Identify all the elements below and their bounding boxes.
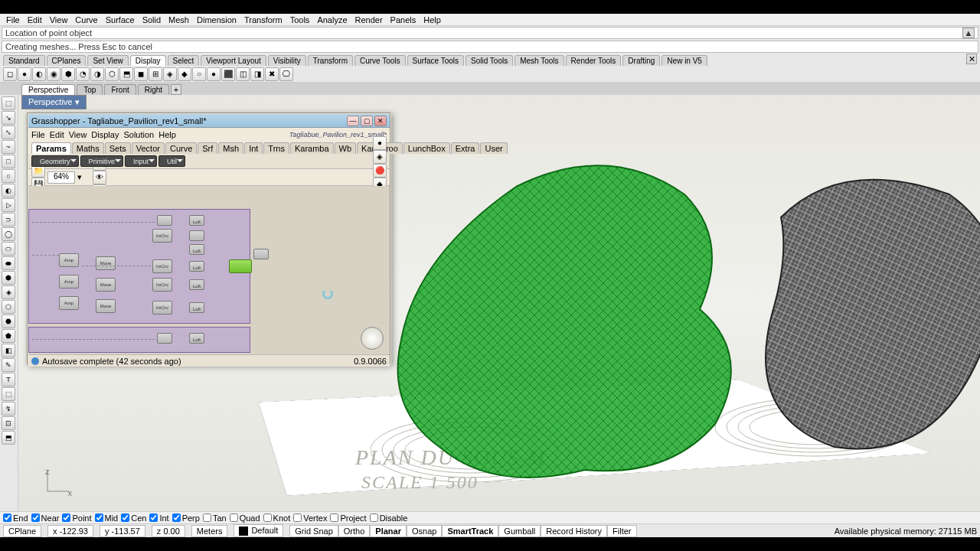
osnap-point[interactable] bbox=[62, 514, 70, 522]
lefttool-icon-14[interactable]: ⬡ bbox=[2, 300, 15, 314]
lefttool-icon-8[interactable]: ⊃ bbox=[2, 213, 15, 227]
osnap-item[interactable]: Project bbox=[330, 514, 366, 523]
gh-group[interactable] bbox=[28, 327, 250, 353]
gh-tool-icon[interactable]: ● bbox=[373, 136, 387, 150]
status-toggle-gumball[interactable]: Gumball bbox=[498, 525, 541, 537]
gh-component[interactable]: Loft bbox=[189, 261, 204, 272]
chevron-down-icon[interactable]: ▾ bbox=[72, 97, 80, 106]
menu-file[interactable]: File bbox=[3, 15, 23, 24]
tab-visibility[interactable]: Visibility bbox=[268, 55, 306, 66]
osnap-item[interactable]: Mid bbox=[95, 514, 119, 523]
gh-tool-icon[interactable]: 👁 bbox=[93, 171, 106, 184]
status-toggle-smarttrack[interactable]: SmartTrack bbox=[442, 525, 498, 537]
gh-tab-srf[interactable]: Srf bbox=[198, 142, 217, 154]
tab-select[interactable]: Select bbox=[168, 55, 200, 66]
tab-solid-tools[interactable]: Solid Tools bbox=[466, 55, 513, 66]
gh-component[interactable] bbox=[189, 230, 204, 241]
toolbar-icon-12[interactable]: ◆ bbox=[178, 67, 191, 81]
tab-standard[interactable]: Standard bbox=[3, 55, 45, 66]
lefttool-icon-20[interactable]: ⬚ bbox=[2, 387, 15, 401]
osnap-quad[interactable] bbox=[230, 514, 238, 522]
menu-curve[interactable]: Curve bbox=[72, 15, 100, 24]
osnap-tan[interactable] bbox=[203, 514, 211, 522]
lefttool-icon-9[interactable]: ◯ bbox=[2, 227, 15, 241]
tab-cplanes[interactable]: CPlanes bbox=[47, 55, 87, 66]
status-toggle-record-history[interactable]: Record History bbox=[541, 525, 607, 537]
gh-tab-lunchbox[interactable]: LunchBox bbox=[403, 142, 450, 154]
menu-dimension[interactable]: Dimension bbox=[194, 15, 240, 24]
osnap-item[interactable]: End bbox=[3, 514, 28, 523]
toolbar-icon-8[interactable]: ⬒ bbox=[119, 67, 133, 81]
toolbar-icon-19[interactable]: 🖵 bbox=[279, 67, 293, 81]
gh-tab-trns[interactable]: Trns bbox=[263, 142, 289, 154]
toolbar-icon-14[interactable]: ● bbox=[207, 67, 220, 81]
lefttool-icon-19[interactable]: T bbox=[2, 373, 15, 386]
toolbar-icon-18[interactable]: ✖ bbox=[265, 67, 279, 81]
gh-tool-icon[interactable]: ◈ bbox=[373, 150, 387, 164]
gh-component[interactable] bbox=[157, 333, 172, 344]
gh-component[interactable]: Amp bbox=[59, 275, 79, 289]
gh-component[interactable]: Loft bbox=[189, 279, 204, 290]
osnap-project[interactable] bbox=[330, 514, 338, 522]
gh-component[interactable]: IntCrv bbox=[152, 278, 172, 292]
gh-component[interactable] bbox=[253, 249, 269, 259]
menu-transform[interactable]: Transform bbox=[241, 15, 286, 24]
gh-component[interactable]: Amp bbox=[59, 296, 79, 310]
gh-component[interactable]: IntCrv bbox=[152, 259, 172, 273]
add-viewport-button[interactable]: + bbox=[171, 84, 181, 95]
menu-analyze[interactable]: Analyze bbox=[314, 15, 350, 24]
toolbar-icon-16[interactable]: ◫ bbox=[236, 67, 250, 81]
gh-shelf-util[interactable]: Util bbox=[158, 155, 185, 167]
toolbar-icon-13[interactable]: ○ bbox=[192, 67, 206, 81]
viewtab-perspective[interactable]: Perspective bbox=[21, 84, 75, 95]
osnap-mid[interactable] bbox=[95, 514, 103, 522]
lefttool-icon-0[interactable]: ⬚ bbox=[2, 96, 15, 110]
tab-display[interactable]: Display bbox=[130, 55, 166, 66]
tab-new-in-v5[interactable]: New in V5 bbox=[662, 55, 707, 66]
lefttool-icon-13[interactable]: ◈ bbox=[2, 285, 15, 299]
osnap-item[interactable]: Knot bbox=[263, 514, 291, 523]
viewtab-top[interactable]: Top bbox=[77, 84, 103, 95]
menu-tools[interactable]: Tools bbox=[287, 15, 313, 24]
viewport-title[interactable]: Perspective▾ bbox=[21, 95, 87, 109]
tab-viewport-layout[interactable]: Viewport Layout bbox=[201, 55, 266, 66]
gh-tab-sets[interactable]: Sets bbox=[105, 142, 131, 154]
toolbar-icon-7[interactable]: ⬡ bbox=[105, 67, 119, 81]
gh-component[interactable]: Amp bbox=[59, 253, 79, 267]
lefttool-icon-4[interactable]: □ bbox=[2, 155, 15, 168]
menu-surface[interactable]: Surface bbox=[103, 15, 138, 24]
lefttool-icon-5[interactable]: ○ bbox=[2, 169, 15, 183]
grasshopper-window[interactable]: Grasshopper - Tagliabue_Pavilion_rev1_sm… bbox=[27, 112, 391, 365]
viewtab-right[interactable]: Right bbox=[138, 84, 169, 95]
osnap-item[interactable]: Disable bbox=[370, 514, 408, 523]
osnap-item[interactable]: Tan bbox=[203, 514, 227, 523]
status-toggle-osnap[interactable]: Osnap bbox=[407, 525, 442, 537]
lefttool-icon-18[interactable]: ✎ bbox=[2, 358, 15, 372]
menu-panels[interactable]: Panels bbox=[387, 15, 420, 24]
menu-view[interactable]: View bbox=[47, 15, 71, 24]
gh-menu-view[interactable]: View bbox=[69, 130, 87, 139]
status-toggle-grid-snap[interactable]: Grid Snap bbox=[289, 525, 338, 537]
status-units[interactable]: Meters bbox=[191, 525, 228, 537]
toolbar-icon-3[interactable]: ◉ bbox=[47, 67, 60, 81]
gh-component[interactable]: IntCrv bbox=[152, 229, 172, 243]
toolbar-icon-4[interactable]: ⬢ bbox=[61, 67, 75, 81]
toolbar-icon-11[interactable]: ◈ bbox=[163, 67, 177, 81]
gh-tab-msh[interactable]: Msh bbox=[218, 142, 243, 154]
gh-tab-karamba[interactable]: Karamba bbox=[290, 142, 334, 154]
gh-menu-display[interactable]: Display bbox=[91, 130, 119, 139]
gh-component[interactable]: Loft bbox=[189, 215, 204, 226]
toolbar-icon-6[interactable]: ◑ bbox=[90, 67, 104, 81]
lefttool-icon-12[interactable]: ⬢ bbox=[2, 271, 15, 285]
tab-transform[interactable]: Transform bbox=[308, 55, 353, 66]
gh-menu-file[interactable]: File bbox=[31, 130, 45, 139]
osnap-item[interactable]: Near bbox=[31, 514, 60, 523]
osnap-near[interactable] bbox=[31, 514, 40, 522]
gh-menu-solution[interactable]: Solution bbox=[123, 130, 154, 139]
lefttool-icon-3[interactable]: ~ bbox=[2, 140, 15, 154]
minimize-button[interactable]: — bbox=[347, 116, 359, 126]
status-cplane[interactable]: CPlane bbox=[3, 525, 41, 537]
osnap-disable[interactable] bbox=[370, 514, 378, 522]
lefttool-icon-16[interactable]: ⬟ bbox=[2, 329, 15, 343]
gh-component[interactable]: IntCrv bbox=[152, 301, 172, 315]
